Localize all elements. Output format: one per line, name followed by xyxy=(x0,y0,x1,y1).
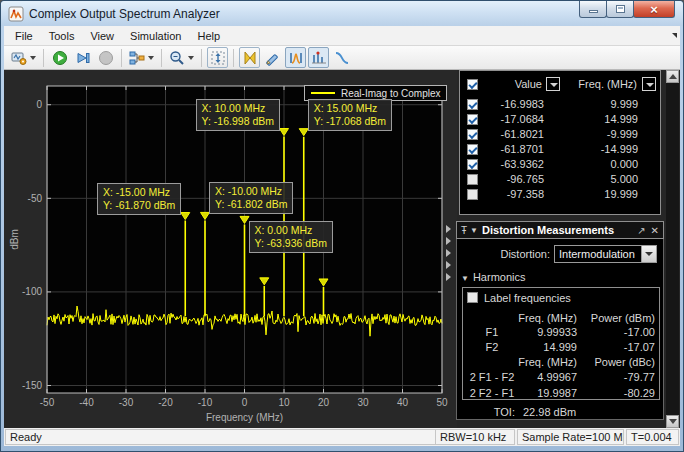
status-bar: Ready RBW=10 kHz Sample Rate=100 MHz T=0… xyxy=(4,428,680,446)
y-tick-label: -100 xyxy=(22,286,42,297)
maximize-icon xyxy=(616,5,625,13)
zoom-button[interactable] xyxy=(167,47,196,68)
close-button[interactable]: × xyxy=(633,1,675,18)
y-axis-label: dBm xyxy=(9,229,20,250)
app-icon xyxy=(8,6,24,22)
step-forward-button[interactable] xyxy=(72,47,93,68)
toi-label: TOI: xyxy=(457,406,515,418)
scroll-up-button[interactable] xyxy=(666,70,679,83)
peak-finder-icon xyxy=(288,50,304,66)
toolbar-separator xyxy=(201,49,202,67)
distortion-label: Distortion: xyxy=(457,248,550,260)
value-column-header: Value xyxy=(478,78,542,90)
run-button[interactable] xyxy=(49,47,70,68)
close-icon: × xyxy=(650,2,658,17)
signal-statistics-button[interactable] xyxy=(262,47,283,68)
measurement-power: -79.77 xyxy=(581,371,655,383)
x-tick-label: -50 xyxy=(40,397,55,408)
table-row: -97.35819.999 xyxy=(460,188,660,203)
measurement-frequency: Freq. (MHz) xyxy=(517,312,577,324)
label-frequencies-checkbox[interactable] xyxy=(467,292,478,303)
peak-frequency: -14.999 xyxy=(564,143,638,155)
distortion-measurements-button[interactable] xyxy=(308,47,329,68)
distortion-panel-titlebar[interactable]: Ŧ ▼ Distortion Measurements ↗ ✕ xyxy=(456,221,664,239)
toi-row: TOI: 22.98 dBm xyxy=(457,406,663,419)
peak-annotation[interactable]: X: 15.00 MHzY: -17.068 dBm xyxy=(308,99,392,131)
peak-frequency: 14.999 xyxy=(564,113,638,125)
peak-annotation[interactable]: X: -15.00 MHzY: -61.870 dBm xyxy=(97,183,181,215)
peak-finder-button[interactable] xyxy=(285,47,306,68)
chevron-down-icon[interactable] xyxy=(30,56,36,60)
panel-scrollbar[interactable] xyxy=(666,70,679,428)
table-row: 2 F1 - F24.99967-79.77 xyxy=(463,371,659,384)
toolbar-separator xyxy=(161,49,162,67)
peak-annotation[interactable]: X: 0.00 MHzY: -63.936 dBm xyxy=(249,221,333,253)
peaks-table-header: Value Freq. (MHz) xyxy=(460,74,660,96)
spectrum-plot[interactable]: -50-40-30-20-10010203040500-50-100-150Fr… xyxy=(4,70,457,428)
stop-button[interactable] xyxy=(95,47,116,68)
menubar-overflow-icon[interactable] xyxy=(672,33,677,38)
measurement-name: 2 F2 - F1 xyxy=(465,387,519,399)
measurement-name: F2 xyxy=(465,341,519,353)
expand-arrow-icon xyxy=(446,273,451,281)
menu-view[interactable]: View xyxy=(82,27,122,45)
freq-sort-button[interactable] xyxy=(642,77,656,91)
maximize-button[interactable] xyxy=(606,1,634,18)
minimize-icon xyxy=(589,10,598,13)
chevron-down-icon[interactable] xyxy=(148,56,154,60)
expand-arrow-icon xyxy=(446,237,451,245)
distortion-type-select[interactable]: Intermodulation xyxy=(554,245,657,263)
menu-file[interactable]: File xyxy=(7,27,41,45)
rbw-indicator: RBW=10 kHz xyxy=(435,429,515,445)
annotation-x-value: X: -15.00 MHz xyxy=(103,186,175,199)
peak-value: -61.8021 xyxy=(474,128,544,140)
minimize-button[interactable] xyxy=(579,1,607,18)
x-tick-label: 0 xyxy=(242,397,248,408)
dock-icon[interactable]: Ŧ xyxy=(461,225,467,236)
peak-value: -16.9983 xyxy=(474,98,544,110)
close-panel-icon[interactable]: ✕ xyxy=(651,225,659,236)
simulink-model-icon xyxy=(129,50,145,66)
peak-annotation[interactable]: X: -10.00 MHzY: -61.802 dBm xyxy=(209,182,293,214)
window-title: Complex Output Spectrum Analyzer xyxy=(29,7,220,21)
cursor-measurements-icon xyxy=(242,50,258,66)
configuration-button[interactable] xyxy=(9,47,38,68)
peak-frequency: 19.999 xyxy=(564,188,638,200)
status-message: Ready xyxy=(5,429,437,445)
annotation-y-value: Y: -63.936 dBm xyxy=(255,237,327,250)
collapse-icon[interactable]: ▼ xyxy=(470,226,478,235)
expand-arrow-icon xyxy=(446,261,451,269)
menu-simulation[interactable]: Simulation xyxy=(122,27,189,45)
select-all-checkbox[interactable] xyxy=(467,79,478,90)
harmonics-section-header[interactable]: ▼Harmonics xyxy=(461,271,526,283)
signal-statistics-icon xyxy=(265,50,281,66)
title-bar[interactable]: Complex Output Spectrum Analyzer × xyxy=(1,1,683,26)
menu-help[interactable]: Help xyxy=(189,27,228,45)
menu-tools[interactable]: Tools xyxy=(41,27,83,45)
harmonics-title: Harmonics xyxy=(473,271,526,283)
annotation-x-value: X: 0.00 MHz xyxy=(255,224,327,237)
simulink-model-button[interactable] xyxy=(127,47,156,68)
table-row: Freq. (MHz)Power (dBc) xyxy=(463,356,659,369)
chevron-down-icon[interactable] xyxy=(641,246,656,262)
configuration-icon xyxy=(11,50,27,66)
peak-value: -17.0684 xyxy=(474,113,544,125)
panel-splitter[interactable] xyxy=(444,221,454,285)
undock-icon[interactable]: ↗ xyxy=(637,225,645,236)
label-frequencies-label: Label frequencies xyxy=(484,292,571,304)
table-row: -16.99839.999 xyxy=(460,98,660,113)
peak-annotation[interactable]: X: 10.00 MHzY: -16.998 dBm xyxy=(196,99,280,131)
sample-rate-indicator: Sample Rate=100 MHz xyxy=(517,429,624,445)
scroll-down-button[interactable] xyxy=(666,415,679,428)
measurement-frequency: 14.999 xyxy=(517,341,577,353)
scale-y-axis-button[interactable] xyxy=(207,47,228,68)
ccdf-measurements-button[interactable] xyxy=(331,47,352,68)
measurement-power: Power (dBm) xyxy=(581,312,655,324)
x-tick-label: 40 xyxy=(397,397,409,408)
cursor-measurements-button[interactable] xyxy=(239,47,260,68)
ccdf-measurements-icon xyxy=(334,50,350,66)
measurement-frequency: Freq. (MHz) xyxy=(517,356,577,368)
peak-value: -97.358 xyxy=(474,188,544,200)
chevron-down-icon[interactable] xyxy=(188,56,194,60)
value-sort-button[interactable] xyxy=(546,77,560,91)
